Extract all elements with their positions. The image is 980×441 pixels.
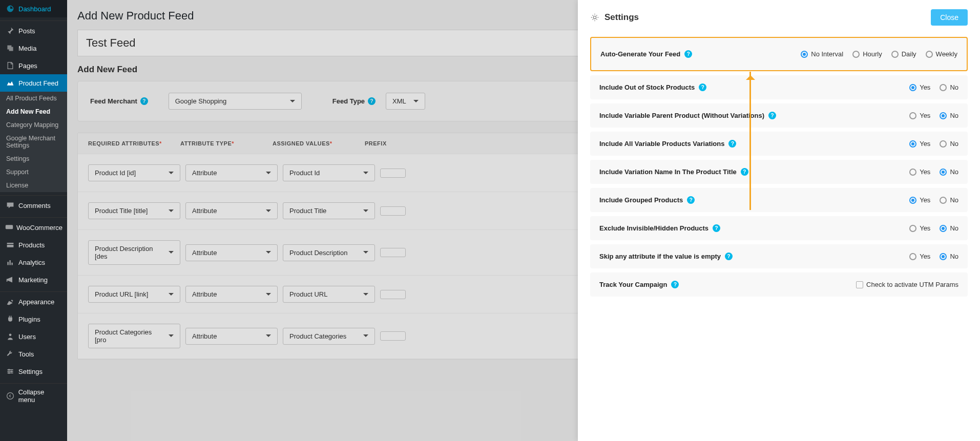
svg-rect-0 — [6, 225, 13, 229]
help-icon[interactable]: ? — [699, 83, 706, 91]
setting-options: Check to activate UTM Params — [856, 281, 958, 288]
setting-row: Track Your Campaign?Check to activate UT… — [590, 272, 968, 297]
assigned-value-select[interactable]: Product URL — [283, 286, 375, 303]
sub-google-merchant[interactable]: Google Merchant Settings — [0, 132, 67, 152]
radio-icon — [909, 253, 916, 260]
setting-options: YesNo — [909, 112, 958, 119]
assigned-value-select[interactable]: Product Id — [283, 164, 375, 181]
required-attr-select[interactable]: Product Title [title] — [88, 202, 180, 219]
radio-icon — [909, 197, 916, 204]
radio-yes[interactable]: Yes — [909, 224, 930, 232]
sidebar-woocommerce[interactable]: WooCommerce — [0, 219, 67, 236]
help-icon[interactable]: ? — [728, 140, 736, 148]
checkbox-option[interactable]: Check to activate UTM Params — [856, 281, 958, 288]
sidebar-media[interactable]: Media — [0, 39, 67, 57]
sidebar-comments[interactable]: Comments — [0, 197, 67, 214]
sidebar-pages[interactable]: Pages — [0, 57, 67, 74]
radio-option[interactable]: No Interval — [801, 50, 843, 58]
appearance-icon — [5, 297, 15, 307]
attr-type-select[interactable]: Attribute — [185, 328, 278, 345]
sidebar-dashboard[interactable]: Dashboard — [0, 0, 67, 17]
sidebar-settings[interactable]: Settings — [0, 363, 67, 380]
setting-row: Skip any attribute if the value is empty… — [590, 244, 968, 268]
help-icon[interactable]: ? — [684, 50, 692, 58]
setting-label: Exclude Invisible/Hidden Products? — [599, 224, 720, 232]
help-icon[interactable]: ? — [713, 224, 720, 232]
sidebar-products[interactable]: Products — [0, 236, 67, 254]
svg-point-6 — [11, 370, 12, 372]
page-icon — [5, 60, 15, 71]
required-attr-select[interactable]: Product URL [link] — [88, 286, 180, 303]
assigned-value-select[interactable]: Product Categories — [283, 328, 375, 345]
gear-icon — [590, 13, 599, 22]
attr-type-select[interactable]: Attribute — [185, 244, 278, 261]
sub-add-new-feed[interactable]: Add New Feed — [0, 105, 67, 118]
sidebar-appearance[interactable]: Appearance — [0, 293, 67, 310]
radio-yes[interactable]: Yes — [909, 83, 930, 91]
assigned-value-select[interactable]: Product Title — [283, 202, 375, 219]
feed-type-select[interactable]: XML — [386, 93, 425, 110]
setting-options: YesNo — [909, 140, 958, 148]
sub-settings[interactable]: Settings — [0, 152, 67, 165]
required-attr-select[interactable]: Product Id [id] — [88, 164, 180, 181]
prefix-input[interactable] — [380, 331, 406, 341]
radio-option[interactable]: Daily — [891, 50, 916, 58]
sub-support[interactable]: Support — [0, 165, 67, 179]
product-feed-icon — [5, 78, 15, 88]
sub-category-mapping[interactable]: Category Mapping — [0, 118, 67, 132]
radio-icon — [909, 169, 916, 176]
help-icon[interactable]: ? — [671, 281, 679, 288]
sub-license[interactable]: License — [0, 179, 67, 192]
sidebar-collapse[interactable]: Collapse menu — [0, 385, 67, 407]
setting-options: YesNo — [909, 253, 958, 260]
sidebar-product-feed[interactable]: Product Feed — [0, 74, 67, 92]
required-attr-select[interactable]: Product Description [des — [88, 240, 180, 265]
radio-yes[interactable]: Yes — [909, 196, 930, 204]
radio-option[interactable]: Hourly — [852, 50, 882, 58]
attr-type-select[interactable]: Attribute — [185, 286, 278, 303]
help-icon[interactable]: ? — [768, 112, 776, 119]
radio-no[interactable]: No — [940, 140, 958, 148]
radio-yes[interactable]: Yes — [909, 140, 930, 148]
radio-no[interactable]: No — [940, 168, 958, 176]
sidebar-marketing[interactable]: Marketing — [0, 271, 67, 288]
help-icon[interactable]: ? — [741, 168, 748, 176]
setting-row: Include Grouped Products?YesNo — [590, 188, 968, 212]
help-icon[interactable]: ? — [140, 97, 148, 105]
prefix-input[interactable] — [380, 206, 406, 216]
panel-body: Auto-Generate Your Feed?No IntervalHourl… — [578, 30, 980, 441]
help-icon[interactable]: ? — [725, 253, 733, 260]
close-button[interactable]: Close — [931, 9, 968, 26]
prefix-input[interactable] — [380, 169, 406, 178]
sidebar-analytics[interactable]: Analytics — [0, 254, 67, 271]
radio-yes[interactable]: Yes — [909, 112, 930, 119]
radio-icon — [891, 51, 899, 58]
radio-no[interactable]: No — [940, 83, 958, 91]
prefix-input[interactable] — [380, 290, 406, 299]
help-icon[interactable]: ? — [368, 97, 376, 105]
radio-option[interactable]: Weekly — [926, 50, 957, 58]
setting-label: Auto-Generate Your Feed? — [600, 50, 692, 58]
setting-options: YesNo — [909, 83, 958, 91]
sub-all-feeds[interactable]: All Product Feeds — [0, 92, 67, 105]
radio-yes[interactable]: Yes — [909, 253, 930, 260]
radio-no[interactable]: No — [940, 112, 958, 119]
attr-type-select[interactable]: Attribute — [185, 164, 278, 181]
radio-no[interactable]: No — [940, 224, 958, 232]
setting-label: Skip any attribute if the value is empty… — [599, 253, 733, 260]
required-attr-select[interactable]: Product Categories [pro — [88, 324, 180, 348]
help-icon[interactable]: ? — [687, 196, 695, 204]
radio-no[interactable]: No — [940, 253, 958, 260]
sidebar-users[interactable]: Users — [0, 328, 67, 345]
main-area: Add New Product Feed Test Feed Add New F… — [67, 0, 980, 441]
radio-no[interactable]: No — [940, 196, 958, 204]
merchant-select[interactable]: Google Shopping — [169, 93, 302, 110]
assigned-value-select[interactable]: Product Description — [283, 244, 375, 261]
radio-yes[interactable]: Yes — [909, 168, 930, 176]
sidebar-plugins[interactable]: Plugins — [0, 310, 67, 328]
media-icon — [5, 43, 15, 53]
attr-type-select[interactable]: Attribute — [185, 202, 278, 219]
sidebar-tools[interactable]: Tools — [0, 345, 67, 363]
sidebar-posts[interactable]: Posts — [0, 22, 67, 39]
prefix-input[interactable] — [380, 248, 406, 257]
